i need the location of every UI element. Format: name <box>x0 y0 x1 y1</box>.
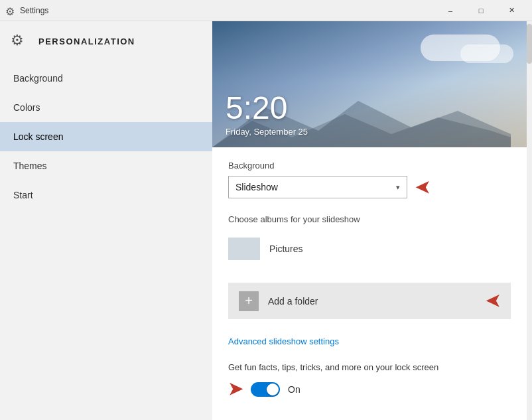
sidebar-nav: BackgroundColorsLock screenThemesStart <box>0 64 212 210</box>
content-wrapper: 5:20 Friday, September 25 Background Sli… <box>212 21 532 420</box>
fun-facts-label: Get fun facts, tips, tricks, and more on… <box>228 362 511 372</box>
dropdown-container: Slideshow ▾ ➤ <box>228 176 511 198</box>
lock-time: 5:20 <box>226 92 513 124</box>
minimize-button[interactable]: – <box>435 0 466 21</box>
albums-section: Choose albums for your slideshow Picture… <box>212 212 527 280</box>
maximize-button[interactable]: □ <box>466 0 496 21</box>
gear-icon: ⚙ <box>11 32 29 50</box>
albums-label: Choose albums for your slideshow <box>228 214 511 224</box>
album-name: Pictures <box>269 244 303 254</box>
sidebar-item-start[interactable]: Start <box>0 180 212 210</box>
sidebar-item-background[interactable]: Background <box>0 64 212 93</box>
background-label: Background <box>228 161 511 171</box>
sidebar-item-colors[interactable]: Colors <box>0 93 212 122</box>
preview-background: 5:20 Friday, September 25 <box>212 21 527 147</box>
dropdown-value: Slideshow <box>235 182 278 192</box>
toggle-thumb <box>267 384 279 395</box>
lock-screen-preview: 5:20 Friday, September 25 <box>212 21 527 147</box>
toggle-label: On <box>288 384 300 395</box>
scrollbar-thumb[interactable] <box>527 24 532 64</box>
add-folder-label: Add a folder <box>268 296 476 307</box>
add-icon: + <box>239 291 259 311</box>
arrow-indicator-toggle: ➤ <box>228 379 243 399</box>
album-thumbnail <box>228 238 260 260</box>
close-button[interactable]: ✕ <box>496 0 527 21</box>
sidebar-title: PERSONALIZATION <box>38 36 135 46</box>
album-item-pictures: Pictures <box>228 231 511 267</box>
settings-window-icon: ⚙ <box>5 5 16 16</box>
arrow-indicator-folder: ➤ <box>486 291 500 311</box>
advanced-slideshow-link[interactable]: Advanced slideshow settings <box>228 336 339 346</box>
chevron-down-icon: ▾ <box>396 183 400 192</box>
background-section: Background Slideshow ▾ ➤ <box>212 147 527 212</box>
window-controls: – □ ✕ <box>435 0 527 21</box>
sidebar-item-themes[interactable]: Themes <box>0 151 212 180</box>
add-folder-section: + Add a folder ➤ <box>212 283 527 319</box>
advanced-link-section: Advanced slideshow settings <box>212 330 527 362</box>
lock-date: Friday, September 25 <box>226 127 513 137</box>
cloud-decoration-2 <box>460 44 513 63</box>
fun-facts-section: Get fun facts, tips, tricks, and more on… <box>212 362 527 410</box>
scrollbar-track[interactable] <box>527 21 532 420</box>
add-folder-row[interactable]: + Add a folder ➤ <box>228 283 511 319</box>
title-bar: ⚙ Settings – □ ✕ <box>0 0 532 21</box>
arrow-indicator-dropdown: ➤ <box>415 177 430 198</box>
background-dropdown[interactable]: Slideshow ▾ <box>228 176 407 198</box>
lock-overlay: 5:20 Friday, September 25 <box>212 82 527 147</box>
window-title: Settings <box>20 6 435 15</box>
fun-facts-toggle[interactable] <box>251 382 280 397</box>
sidebar-item-lock-screen[interactable]: Lock screen <box>0 122 212 151</box>
toggle-row: ➤ On <box>228 379 511 399</box>
sidebar: ⚙ PERSONALIZATION BackgroundColorsLock s… <box>0 21 212 420</box>
sidebar-header: ⚙ PERSONALIZATION <box>0 21 212 64</box>
app-body: ⚙ PERSONALIZATION BackgroundColorsLock s… <box>0 21 532 420</box>
content-area: 5:20 Friday, September 25 Background Sli… <box>212 21 527 420</box>
